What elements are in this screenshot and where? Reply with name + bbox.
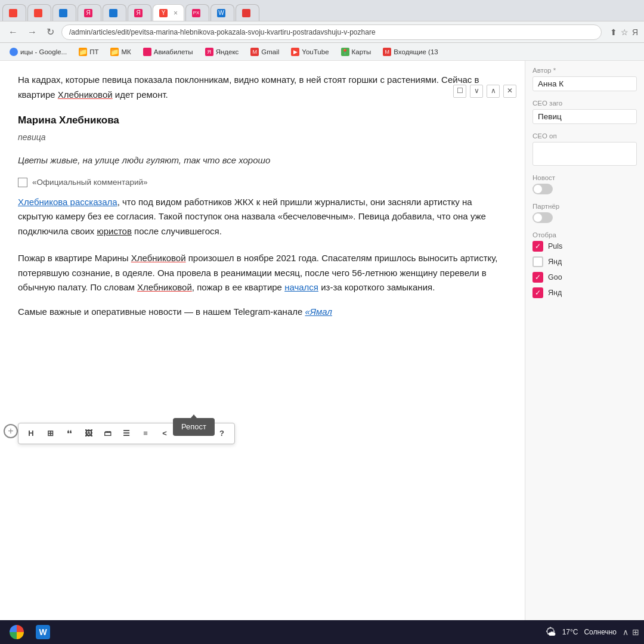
hlebnikova-link-4[interactable]: Хлебниковой: [137, 282, 192, 292]
bookmark-pt[interactable]: 📁 ПТ: [74, 45, 103, 58]
block-controls: ☐ ∨ ∧ ✕: [453, 85, 516, 98]
tab-icon-10: [242, 9, 250, 17]
taskbar-word[interactable]: W: [31, 623, 55, 642]
toolbar-grid-btn[interactable]: ⊞: [42, 426, 58, 441]
tab-6[interactable]: Я: [128, 4, 151, 21]
author-label: Автор *: [532, 67, 637, 74]
toolbar-ordered-list-btn[interactable]: ≡: [138, 426, 153, 441]
novosti-toggle-knob: [534, 185, 542, 193]
block-down-btn[interactable]: ∨: [470, 85, 483, 98]
share-icon[interactable]: ⬆: [610, 27, 617, 37]
bookmark-mk[interactable]: 📁 МК: [106, 45, 135, 58]
taskbar-chrome[interactable]: [5, 623, 29, 642]
bookmark-maps[interactable]: 📍 Карты: [336, 45, 376, 58]
bookmark-gmail[interactable]: M Gmail: [246, 45, 284, 58]
ceo-desc-value[interactable]: [532, 142, 637, 166]
novosti-toggle: [532, 184, 637, 194]
bookmark-mk-label: МК: [121, 48, 131, 55]
paragraph-3: Пожар в квартире Марины Хлебниковой прои…: [18, 251, 507, 295]
display-icon[interactable]: ⊞: [632, 627, 639, 637]
checkbox-puls-row: ✓ Puls: [532, 241, 637, 252]
bookmark-inbox-icon: M: [383, 48, 391, 56]
bookmark-yandex-icon: Я: [205, 48, 213, 56]
main-area: ☐ ∨ ∧ ✕ На кадрах, которые певица показа…: [0, 61, 644, 620]
ceo-title-value[interactable]: Певиц: [532, 109, 637, 124]
tab-7-active[interactable]: Y ×: [153, 4, 184, 21]
checkbox-yand2[interactable]: ✓: [532, 287, 543, 298]
block-delete-btn[interactable]: ✕: [503, 85, 516, 98]
official-comment-checkbox[interactable]: [18, 178, 27, 187]
paragraph-2: Хлебникова рассказала, что под видом раб…: [18, 195, 507, 239]
tab-10[interactable]: [236, 4, 259, 21]
yandex-icon[interactable]: Я: [632, 27, 638, 37]
partner-label: Партнёр: [532, 203, 637, 210]
tab-2[interactable]: [27, 4, 51, 21]
expand-icon[interactable]: ∧: [623, 627, 628, 637]
italic-quote: Цветы живые, на улице люди гуляют, так ч…: [18, 153, 507, 168]
url-bar[interactable]: /admin/articles/edit/pevitsa-marina-hleb…: [61, 24, 602, 40]
bookmark-avia[interactable]: Авиабилеты: [138, 45, 198, 58]
checkbox-puls[interactable]: ✓: [532, 241, 543, 252]
tab-icon-7: Y: [159, 9, 168, 17]
hlebnikova-link-2[interactable]: Хлебникова рассказала: [18, 197, 117, 207]
partner-toggle-switch[interactable]: [532, 212, 553, 223]
block-checkbox[interactable]: ☐: [453, 85, 466, 98]
toolbar-heading-btn[interactable]: H: [23, 426, 39, 441]
tab-3[interactable]: [52, 4, 76, 21]
hlebnikova-link-3[interactable]: Хлебниковой: [131, 253, 186, 263]
person-block: Марина Хлебникова певица: [18, 112, 507, 144]
back-button[interactable]: ←: [6, 26, 20, 39]
tab-1[interactable]: [2, 4, 26, 21]
tab-icon-5: [109, 9, 117, 17]
nachalos-link[interactable]: начался: [284, 282, 318, 292]
bookmark-pt-label: ПТ: [89, 48, 98, 55]
yamal-link[interactable]: «Ямал: [305, 306, 332, 317]
yuristov-link[interactable]: юристов: [97, 226, 131, 236]
weather-icon: 🌤: [546, 626, 556, 639]
checkbox-yand1[interactable]: [532, 256, 543, 267]
bookmark-google[interactable]: ицы - Google...: [5, 45, 72, 58]
tab-5[interactable]: [103, 4, 126, 21]
hlebnikova-link-1[interactable]: Хлебниковой: [58, 89, 113, 100]
weather-condition: Солнечно: [584, 628, 617, 636]
bookmark-google-label: ицы - Google...: [20, 48, 67, 55]
check-goo-icon: ✓: [535, 273, 541, 281]
bookmark-youtube[interactable]: ▶ YouTube: [286, 45, 333, 58]
url-text: /admin/articles/edit/pevitsa-marina-hleb…: [69, 28, 376, 36]
otobr-label: Отобра: [532, 231, 637, 239]
official-comment-row: «Официальный комментарий»: [18, 176, 507, 189]
author-value[interactable]: Анна К: [532, 76, 637, 91]
forward-button[interactable]: →: [25, 26, 39, 39]
checkbox-goo-label: Goo: [548, 273, 562, 281]
ceo-title-field: CEO заго Певиц: [532, 100, 637, 124]
tab-4[interactable]: Я: [78, 4, 101, 21]
bookmark-yandex[interactable]: Я Яндекс: [200, 45, 244, 58]
toolbar-share-btn[interactable]: <: [157, 426, 172, 441]
checkbox-yand1-row: Янд: [532, 256, 637, 267]
toolbar-list-btn[interactable]: ☰: [119, 426, 134, 441]
tab-icon-2: [34, 9, 42, 17]
toolbar-help-btn[interactable]: ?: [214, 426, 230, 441]
bookmark-gmail-icon: M: [250, 48, 259, 56]
bookmark-gmail-label: Gmail: [261, 48, 279, 55]
bookmark-inbox[interactable]: M Входящие (13: [378, 45, 442, 58]
bookmark-maps-icon: 📍: [341, 48, 349, 56]
toolbar-gallery-btn[interactable]: 🗃: [100, 426, 115, 441]
toolbar-quote-btn[interactable]: ❛❛: [61, 426, 77, 441]
bookmark-avia-icon: [143, 48, 151, 56]
person-name: Марина Хлебникова: [18, 112, 507, 128]
tab-8[interactable]: PX: [185, 4, 209, 21]
reload-button[interactable]: ↻: [44, 25, 57, 39]
toolbar-image-btn[interactable]: 🖼: [80, 426, 96, 441]
tab-close-btn[interactable]: ×: [174, 9, 178, 17]
partner-field: Партнёр: [532, 203, 637, 223]
toolbar-hr-btn[interactable]: —: [176, 426, 191, 441]
block-up-btn[interactable]: ∧: [487, 85, 500, 98]
partner-toggle-knob: [534, 213, 542, 222]
novosti-toggle-switch[interactable]: [532, 184, 553, 194]
tab-9[interactable]: W: [210, 4, 234, 21]
checkbox-goo[interactable]: ✓: [532, 272, 543, 283]
toolbar-embed-btn[interactable]: ▭: [195, 426, 210, 441]
add-block-button[interactable]: +: [4, 424, 18, 438]
bookmark-icon[interactable]: ☆: [621, 27, 628, 37]
